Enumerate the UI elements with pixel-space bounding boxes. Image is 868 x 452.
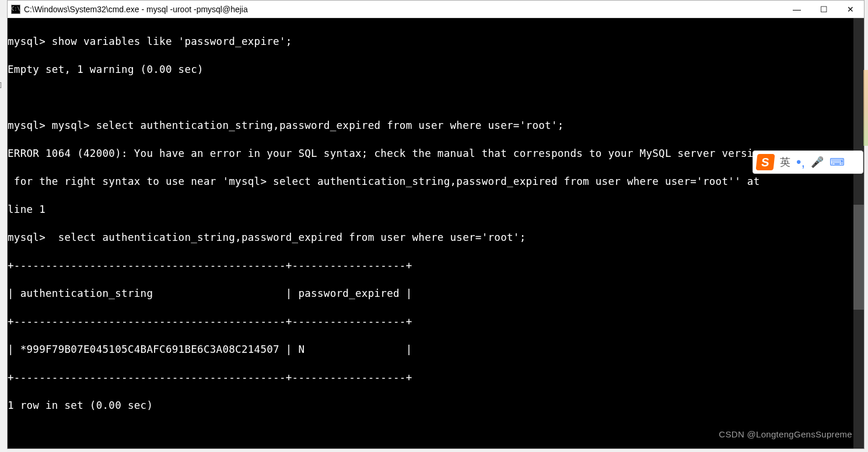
right-edge-decoration — [863, 70, 868, 146]
cmd-window: C:\ C:\Windows\System32\cmd.exe - mysql … — [7, 0, 864, 449]
csdn-watermark: CSDN @LongtengGensSupreme — [719, 428, 852, 442]
minimize-button[interactable]: — — [783, 1, 810, 17]
ime-punctuation-toggle[interactable]: •, — [796, 159, 805, 165]
cmd-icon: C:\ — [11, 5, 20, 14]
left-edge-strip: ] — [0, 17, 7, 452]
window-controls: — ☐ ✕ — [783, 1, 864, 17]
table-header: | authentication_string | password_expir… — [8, 288, 412, 299]
terminal-line: ERROR 1064 (42000): You have an error in… — [8, 148, 766, 159]
titlebar[interactable]: C:\ C:\Windows\System32\cmd.exe - mysql … — [8, 1, 864, 18]
terminal-line: Empty set, 1 warning (0.00 sec) — [8, 64, 204, 75]
keyboard-icon[interactable]: ⌨ — [830, 156, 845, 169]
terminal-line: mysql> select authentication_string,pass… — [8, 232, 526, 243]
terminal-line: 1 row in set (0.00 sec) — [8, 400, 153, 411]
terminal-line: mysql> show variables like 'password_exp… — [8, 36, 292, 47]
scrollbar-thumb[interactable] — [853, 205, 864, 310]
terminal-area[interactable]: mysql> show variables like 'password_exp… — [8, 18, 864, 449]
ime-toolbar[interactable]: S 英 •, 🎤 ⌨ — [752, 150, 863, 174]
table-border: +---------------------------------------… — [8, 260, 412, 271]
terminal-line: mysql> mysql> select authentication_stri… — [8, 120, 564, 131]
ime-language-toggle[interactable]: 英 — [780, 155, 790, 169]
table-row: | *999F79B07E045105C4BAFC691BE6C3A08C214… — [8, 344, 412, 355]
close-button[interactable]: ✕ — [837, 1, 864, 17]
table-border: +---------------------------------------… — [8, 372, 412, 383]
terminal-line: for the right syntax to use near 'mysql>… — [8, 176, 760, 187]
maximize-button[interactable]: ☐ — [810, 1, 837, 17]
window-title: C:\Windows\System32\cmd.exe - mysql -uro… — [24, 5, 783, 14]
microphone-icon[interactable]: 🎤 — [811, 156, 824, 169]
sogou-logo-icon[interactable]: S — [756, 154, 775, 170]
vertical-scrollbar[interactable] — [853, 18, 864, 449]
table-border: +---------------------------------------… — [8, 316, 412, 327]
terminal-line: line 1 — [8, 204, 46, 215]
